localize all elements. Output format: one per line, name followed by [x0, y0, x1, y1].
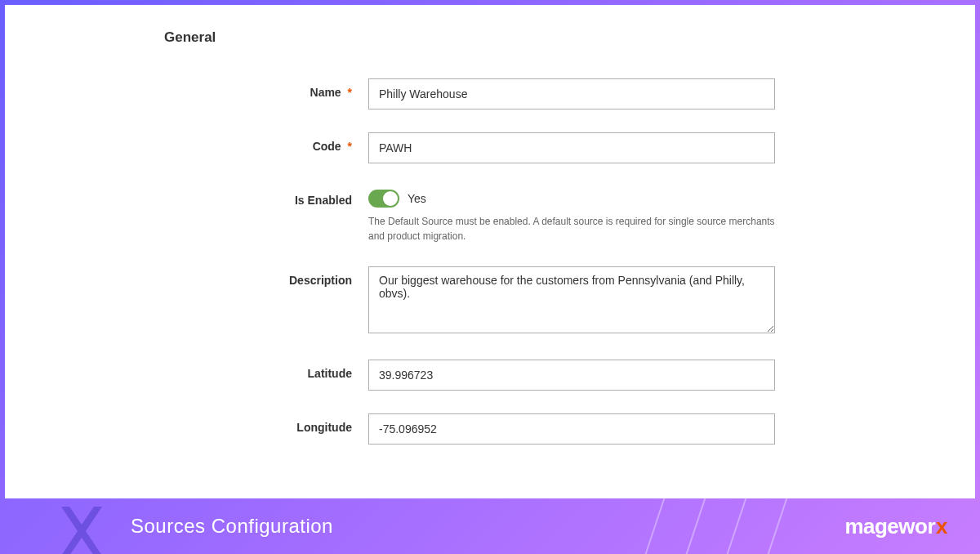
latitude-label: Latitude [168, 360, 368, 380]
svg-line-3 [760, 498, 792, 554]
field-row-code: Code * [168, 132, 942, 163]
field-row-latitude: Latitude [168, 360, 942, 391]
decorative-lines [637, 498, 800, 554]
code-label: Code * [168, 132, 368, 153]
field-row-longitude: Longitude [168, 413, 942, 445]
field-row-name: Name * [168, 78, 942, 109]
name-label: Name * [168, 78, 368, 99]
longitude-label: Longitude [168, 413, 368, 434]
longitude-input[interactable] [368, 413, 775, 445]
enabled-value-label: Yes [408, 192, 426, 205]
svg-line-0 [637, 498, 670, 554]
footer-title: Sources Configuration [131, 515, 333, 538]
latitude-input[interactable] [368, 360, 775, 391]
enabled-toggle[interactable] [368, 190, 399, 208]
section-title: General [164, 29, 942, 46]
footer-bar: Sources Configuration mageworx [0, 498, 980, 554]
enabled-help-text: The Default Source must be enabled. A de… [368, 214, 775, 243]
footer-brand: mageworx [844, 514, 947, 539]
enabled-label: Is Enabled [168, 186, 368, 207]
description-textarea[interactable] [368, 266, 775, 333]
svg-line-2 [719, 498, 751, 554]
code-input[interactable] [368, 132, 775, 163]
form-content: General Name * Code * Is Enabled [5, 5, 975, 484]
form-panel: General Name * Code * Is Enabled [5, 5, 975, 498]
required-asterisk: * [348, 86, 352, 99]
svg-line-1 [678, 498, 710, 554]
x-icon [41, 498, 122, 554]
name-input[interactable] [368, 78, 775, 109]
description-label: Description [168, 266, 368, 287]
field-row-enabled: Is Enabled Yes The Default Source must b… [168, 186, 942, 243]
required-asterisk: * [348, 140, 352, 153]
field-row-description: Description [168, 266, 942, 337]
